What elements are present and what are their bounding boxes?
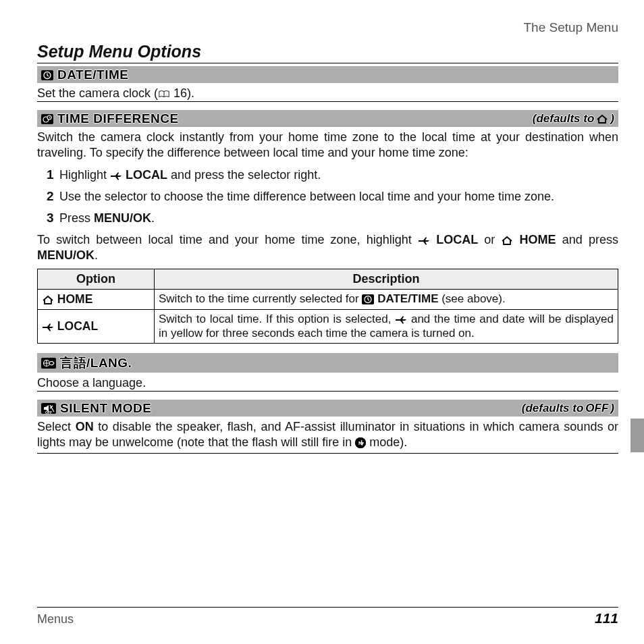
body-time-difference: Switch the camera clock instantly from y… — [37, 130, 618, 161]
heading-bar-lang: 言語/LANG. — [37, 353, 618, 373]
body-date-time: Set the camera clock ( 16). — [37, 86, 618, 102]
svg-text:OFF: OFF — [45, 410, 52, 414]
home-icon — [42, 295, 54, 305]
heading-lang: 言語/LANG. — [60, 354, 132, 372]
side-tab — [630, 419, 644, 452]
options-table: Option Description HOME Switch to the ti… — [37, 269, 618, 344]
footer-section: Menus — [37, 612, 74, 626]
book-icon — [158, 89, 170, 99]
step-1: 1 Highlight LOCAL and press the selector… — [47, 167, 618, 182]
heading-bar-silent: OFF SILENT MODE (defaults to OFF) — [37, 400, 618, 417]
page-footer: Menus 111 — [37, 607, 618, 626]
running-head: The Setup Menu — [37, 20, 618, 35]
heading-date-time: DATE/TIME — [57, 68, 128, 82]
heading-bar-time-difference: TIME DIFFERENCE (defaults to ) — [37, 110, 618, 127]
plane-icon — [395, 315, 407, 324]
table-row: LOCAL Switch to local time. If this opti… — [38, 309, 618, 344]
silent-icon: OFF — [41, 403, 56, 414]
clock-icon — [362, 294, 374, 304]
body-lang: Choose a language. — [37, 375, 618, 392]
heading-silent: SILENT MODE — [60, 401, 151, 416]
section-title: Setup Menu Options — [37, 42, 618, 63]
th-option: Option — [38, 269, 155, 290]
globe-clock-icon — [41, 114, 53, 124]
plane-icon — [110, 171, 122, 180]
plane-icon — [42, 322, 54, 331]
lang-icon — [41, 358, 56, 369]
plane-icon — [418, 236, 430, 245]
heading-bar-date-time: DATE/TIME — [37, 66, 618, 83]
home-icon — [501, 236, 513, 246]
home-icon — [596, 114, 608, 124]
switch-instructions: To switch between local time and your ho… — [37, 232, 618, 263]
default-silent: (defaults to OFF) — [522, 402, 614, 415]
flash-mode-icon: N — [355, 437, 366, 448]
th-description: Description — [155, 269, 618, 290]
default-time-difference: (defaults to ) — [533, 112, 614, 126]
steps-list: 1 Highlight LOCAL and press the selector… — [47, 167, 618, 225]
table-row: HOME Switch to the time currently select… — [38, 290, 618, 309]
step-3: 3 Press MENU/OK. — [47, 211, 618, 225]
body-silent: Select ON to disable the speaker, flash,… — [37, 419, 618, 454]
heading-time-difference: TIME DIFFERENCE — [57, 111, 179, 126]
clock-icon — [41, 70, 53, 80]
step-2: 2 Use the selector to choose the time di… — [47, 189, 618, 204]
page-number: 111 — [595, 610, 618, 626]
